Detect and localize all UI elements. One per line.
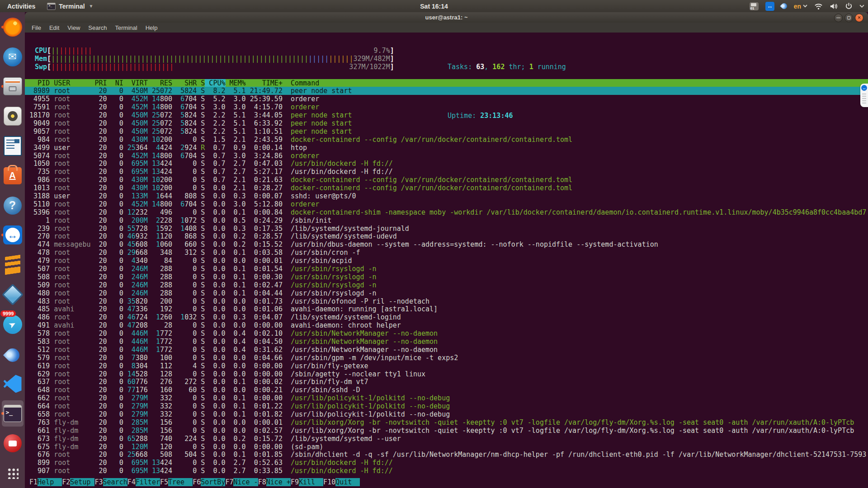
- dock-item-cabinet[interactable]: [0, 72, 25, 102]
- process-row[interactable]: 763 fly-dm 20 0 285M 156 0 S 0.0 0.0 0:0…: [25, 418, 868, 427]
- power-icon[interactable]: [845, 2, 853, 10]
- fkey-nice-button[interactable]: F7Nice -: [225, 478, 258, 486]
- process-row[interactable]: 899 root 20 0 695M 13424 0 S 0.0 2.7 0:5…: [25, 459, 868, 467]
- process-row[interactable]: 270 root 20 0 46932 1120 868 S 0.0 0.2 0…: [25, 232, 868, 240]
- process-row[interactable]: 478 root 20 0 29668 348 312 S 0.0 0.1 0:…: [25, 249, 868, 257]
- process-row[interactable]: 675 fly-dm 20 0 120M 120 0 S 0.0 0.0 0:0…: [25, 443, 868, 451]
- process-row[interactable]: 662 root 20 0 279M 332 0 S 0.0 0.1 0:00.…: [25, 394, 868, 402]
- minimize-button[interactable]: —: [834, 14, 843, 22]
- dock-item-recorder[interactable]: [0, 428, 25, 458]
- htop-terminal: CPU[||||||||||9.7%]Mem[|||||||||||||||||…: [25, 33, 868, 488]
- wifi-icon[interactable]: [814, 3, 823, 10]
- menu-edit[interactable]: Edit: [45, 23, 63, 32]
- language-indicator[interactable]: en: [794, 3, 807, 10]
- process-row[interactable]: 676 root 20 0 25668 508 504 S 0.0 0.1 0:…: [25, 450, 868, 459]
- process-row[interactable]: 507 root 20 0 246M 288 0 S 0.0 0.1 0:01.…: [25, 265, 868, 273]
- process-row[interactable]: 619 root 20 0 8304 112 4 S 0.0 0.0 0:00.…: [25, 362, 868, 370]
- menu-view[interactable]: View: [63, 23, 84, 32]
- dock-item-speaker[interactable]: [0, 101, 25, 131]
- dock-item-help[interactable]: [0, 191, 25, 221]
- dock-item-writer[interactable]: [0, 131, 25, 161]
- process-row[interactable]: 485 avahi 20 0 47336 192 0 S 0.0 0.0 0:0…: [25, 305, 868, 313]
- process-row[interactable]: 18170 root 20 0 450M 25072 5824 S 2.2 5.…: [25, 111, 868, 119]
- fkey-kill-button[interactable]: F9Kill: [291, 478, 323, 486]
- process-row[interactable]: 1050 root 20 0 695M 13424 0 S 0.7 2.7 0:…: [25, 160, 868, 168]
- fkey-search-button[interactable]: F3Search: [94, 478, 127, 486]
- window-titlebar[interactable]: user@astra1: ~ — ▢ ✕: [25, 12, 868, 23]
- close-button[interactable]: ✕: [855, 14, 863, 22]
- process-row[interactable]: 474 messagebu 20 0 45608 1060 660 S 0.0 …: [25, 240, 868, 249]
- process-row[interactable]: 239 root 20 0 55728 1592 1408 S 0.0 0.3 …: [25, 225, 868, 233]
- menu-search[interactable]: Search: [84, 23, 111, 32]
- process-row[interactable]: 5110 root 20 0 452M 14800 6704 S 0.0 3.0…: [25, 200, 868, 208]
- process-row[interactable]: 578 root 20 0 446M 1772 0 S 0.0 0.4 0:02…: [25, 329, 868, 338]
- process-row[interactable]: 658 root 20 0 279M 332 0 S 0.0 0.1 0:01.…: [25, 410, 868, 418]
- process-row[interactable]: 664 root 20 0 279M 332 0 S 0.0 0.1 0:01.…: [25, 402, 868, 410]
- process-row[interactable]: 637 root 20 0 60776 276 272 S 0.0 0.1 0:…: [25, 378, 868, 386]
- dock-item-deluge[interactable]: [0, 339, 25, 369]
- process-table: PID USER PRI NI VIRT RES SHR S CPU% MEM%…: [25, 79, 868, 475]
- deluge-tray-icon[interactable]: [780, 2, 788, 10]
- process-row[interactable]: 508 root 20 0 246M 288 0 S 0.0 0.1 0:00.…: [25, 273, 868, 281]
- process-row[interactable]: 9057 root 20 0 450M 25072 5824 S 2.2 5.1…: [25, 127, 868, 136]
- process-row[interactable]: 986 root 20 0 430M 10200 0 S 0.7 2.1 0:2…: [25, 176, 868, 184]
- menu-file[interactable]: File: [28, 23, 45, 32]
- app-menu[interactable]: Terminal ▼: [42, 0, 98, 12]
- fkey-help-button[interactable]: F1Help: [29, 478, 62, 486]
- process-row[interactable]: 512 root 20 0 446M 1772 0 S 0.0 0.4 0:31…: [25, 346, 868, 354]
- dock-item-sublime[interactable]: [0, 250, 25, 280]
- process-row[interactable]: 579 root 20 0 7380 100 0 S 0.0 0.0 0:04.…: [25, 354, 868, 362]
- teamviewer-sidebar-tab[interactable]: ↔: [860, 84, 868, 107]
- process-row[interactable]: 9049 root 20 0 450M 25072 5824 S 2.2 5.1…: [25, 119, 868, 127]
- dock-item-terminal[interactable]: [0, 399, 25, 428]
- process-row[interactable]: 661 fly-dm 20 0 285M 156 0 S 0.0 0.0 0:0…: [25, 427, 868, 435]
- chevron-down-icon: ▼: [89, 4, 94, 9]
- dock-item-teamviewer[interactable]: [0, 221, 25, 250]
- dock-item-virtualbox[interactable]: [0, 280, 25, 310]
- process-row[interactable]: 907 root 20 0 695M 13424 0 S 0.0 2.7 0:3…: [25, 467, 868, 475]
- process-row[interactable]: 491 avahi 20 0 47208 28 0 S 0.0 0.0 0:00…: [25, 321, 868, 329]
- process-row[interactable]: 1013 root 20 0 430M 10200 0 S 0.0 2.1 0:…: [25, 184, 868, 192]
- dock-item-vscode[interactable]: [0, 369, 25, 399]
- process-row[interactable]: 509 root 20 0 246M 288 0 S 0.0 0.1 0:02.…: [25, 281, 868, 289]
- menu-terminal[interactable]: Terminal: [111, 23, 142, 32]
- process-row[interactable]: 629 root 20 0 14528 128 0 S 0.0 0.0 0:00…: [25, 370, 868, 378]
- process-row[interactable]: 673 fly-dm 20 0 65288 740 224 S 0.0 0.2 …: [25, 435, 868, 443]
- process-row[interactable]: 479 root 20 0 4340 84 0 S 0.0 0.0 0:00.0…: [25, 257, 868, 265]
- fkey-quit-button[interactable]: F10Quit: [323, 478, 360, 486]
- process-row[interactable]: 486 root 20 0 46724 1260 1032 S 0.0 0.3 …: [25, 313, 868, 321]
- process-row[interactable]: 1 root 20 0 200M 2228 1072 S 0.0 0.5 0:2…: [25, 216, 868, 225]
- activities-button[interactable]: Activities: [0, 0, 42, 12]
- process-row[interactable]: 5074 root 20 0 452M 14800 6704 S 0.7 3.0…: [25, 152, 868, 160]
- process-row[interactable]: 583 root 20 0 446M 1772 0 S 0.0 0.4 0:04…: [25, 338, 868, 346]
- volume-icon[interactable]: [830, 3, 838, 10]
- fkey-sortby-button[interactable]: F6SortBy: [193, 478, 225, 486]
- table-header[interactable]: PID USER PRI NI VIRT RES SHR S CPU% MEM%…: [25, 79, 868, 87]
- process-row[interactable]: 7591 root 20 0 452M 14800 6704 S 3.0 3.0…: [25, 103, 868, 111]
- process-row[interactable]: 5396 root 20 0 12232 496 0 S 0.0 0.1 0:0…: [25, 208, 868, 216]
- fkey-setup-button[interactable]: F2Setup: [62, 478, 94, 486]
- process-row[interactable]: 8989 root 20 0 450M 25072 5824 S 8.2 5.1…: [25, 87, 868, 95]
- process-row[interactable]: 735 root 20 0 695M 13424 0 S 0.7 2.7 5:2…: [25, 168, 868, 176]
- tray-app-icon[interactable]: 01: [750, 2, 759, 10]
- process-row[interactable]: 3499 user 20 0 25364 4424 2924 R 0.7 0.9…: [25, 144, 868, 152]
- process-row[interactable]: 480 root 20 0 246M 288 0 S 0.0 0.1 0:04.…: [25, 289, 868, 297]
- dock-item-software[interactable]: [0, 161, 25, 191]
- process-row[interactable]: 984 root 20 0 430M 10200 0 S 1.5 2.1 2:4…: [25, 136, 868, 144]
- teamviewer-tray-icon[interactable]: [765, 2, 774, 11]
- dock-item-thunderbird[interactable]: [0, 42, 25, 72]
- menu-help[interactable]: Help: [142, 23, 162, 32]
- dock-item-telegram[interactable]: 9999: [0, 310, 25, 339]
- fkey-nice-button[interactable]: F8Nice +: [258, 478, 291, 486]
- process-row[interactable]: 4955 root 20 0 452M 14800 6704 S 5.2 3.0…: [25, 95, 868, 103]
- process-row[interactable]: 483 root 20 0 35820 200 0 S 0.0 0.0 0:01…: [25, 297, 868, 305]
- fkey-filter-button[interactable]: F4Filter: [127, 478, 160, 486]
- clock[interactable]: Sat 16:14: [420, 0, 448, 12]
- dock-item-showapps[interactable]: [0, 458, 25, 488]
- process-row[interactable]: 648 root 20 0 77176 160 60 S 0.0 0.0 0:0…: [25, 386, 868, 394]
- process-row[interactable]: 3188 user 20 0 133M 1644 808 S 0.0 0.3 0…: [25, 192, 868, 200]
- fkey-tree-button[interactable]: F5Tree: [160, 478, 193, 486]
- maximize-button[interactable]: ▢: [844, 14, 853, 22]
- dock-item-firefox[interactable]: [0, 12, 25, 42]
- chevron-down-icon[interactable]: [859, 5, 864, 8]
